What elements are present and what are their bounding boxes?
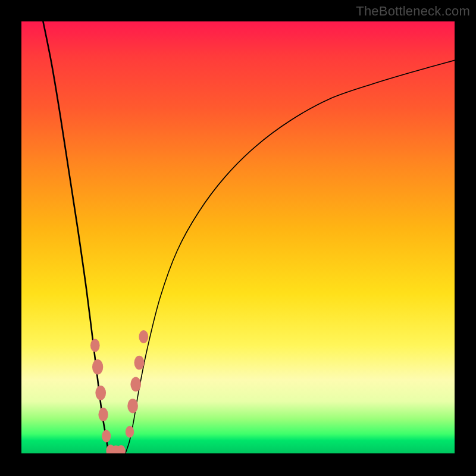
plot-area [21, 21, 455, 453]
bead-marker [130, 377, 141, 392]
watermark-text: TheBottleneck.com [356, 4, 470, 19]
bead-marker [102, 430, 111, 443]
bead-marker [134, 356, 144, 370]
bead-marker [92, 359, 103, 374]
bead-marker [139, 330, 148, 343]
bead-marker [126, 426, 134, 438]
bead-marker [90, 339, 100, 352]
bead-marker [127, 399, 138, 414]
chart-frame: TheBottleneck.com [0, 0, 476, 476]
bead-marker [98, 408, 108, 421]
bead-markers [90, 330, 148, 453]
bead-marker [95, 386, 106, 400]
curve-right-branch [126, 60, 455, 453]
curve-layer [21, 21, 455, 453]
